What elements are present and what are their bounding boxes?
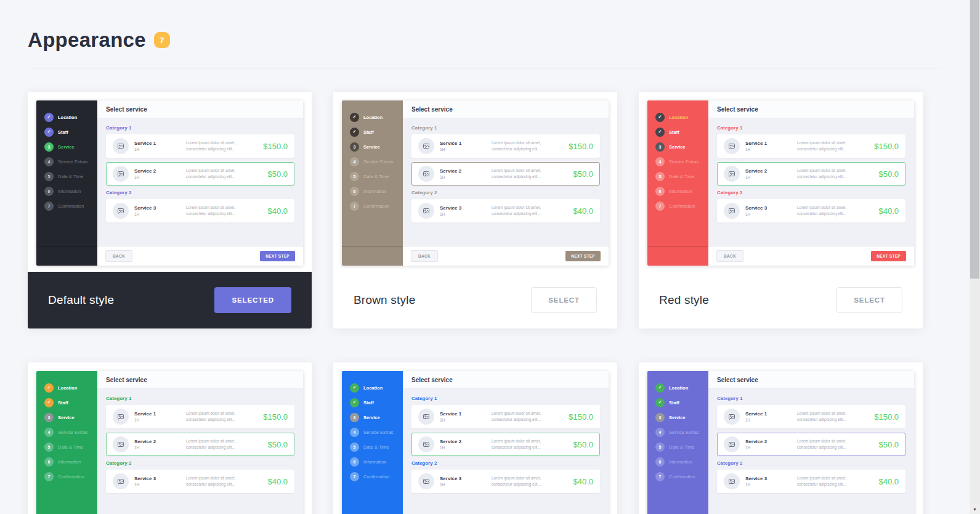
- step-number-badge: 7: [655, 472, 665, 481]
- step-confirmation: 7 Confirmation: [655, 469, 706, 484]
- step-service: 3 Service: [44, 139, 95, 154]
- service-price: $150.0: [263, 412, 288, 422]
- steps-list: ✓ Location ✓ Staff 3 Service 4 Service E…: [342, 371, 403, 514]
- service-duration: 1H: [745, 175, 797, 179]
- step-label: Information: [363, 459, 387, 465]
- step-staff: ✓ Staff: [44, 124, 95, 139]
- style-card-blue: ✓ Location ✓ Staff 3 Service 4 Service E…: [333, 362, 617, 514]
- step-label: Service: [58, 144, 75, 150]
- page-header: Appearance 7: [28, 28, 942, 52]
- category-label: Category 2: [717, 460, 905, 466]
- service-description: Lorem ipsum dolor sit amet,consectetur a…: [492, 475, 568, 487]
- step-number-badge: 6: [350, 457, 359, 467]
- booking-widget-preview: ✓ Location ✓ Staff 3 Service 4 Service E…: [36, 100, 303, 266]
- check-icon: ✓: [655, 398, 665, 407]
- service-duration: 1H: [440, 483, 492, 487]
- service-item-service-3: Service 3 1H Lorem ipsum dolor sit amet,…: [717, 470, 905, 493]
- step-label: Confirmation: [363, 474, 390, 479]
- service-price: $150.0: [263, 142, 288, 151]
- step-service-extras: 4 Service Extras: [44, 425, 95, 439]
- service-item-service-1: Service 1 1H Lorem ipsum dolor sit amet,…: [411, 134, 600, 158]
- next-step-button: NEXT STEP: [871, 251, 906, 261]
- category-label: Category 1: [106, 396, 294, 401]
- step-number-badge: 5: [350, 172, 359, 181]
- style-card-footer: Default style SELECTED: [28, 272, 312, 328]
- check-icon: ✓: [44, 383, 54, 393]
- scrollbar-thumb[interactable]: [970, 0, 979, 279]
- step-information: 6 Information: [655, 184, 706, 198]
- step-location: ✓ Location: [655, 380, 706, 395]
- step-number-badge: 7: [350, 472, 359, 481]
- style-card-footer: Red style SELECT: [639, 272, 923, 328]
- style-preview-blue: ✓ Location ✓ Staff 3 Service 4 Service E…: [333, 362, 617, 514]
- service-item-service-2: Service 2 1H Lorem ipsum dolor sit amet,…: [717, 433, 905, 456]
- step-number-badge: 3: [44, 413, 54, 422]
- page-content: Appearance 7 ✓ Location ✓ Staff 3 Servic…: [0, 0, 970, 514]
- category-label: Category 2: [106, 190, 294, 195]
- style-preview-green: ✓ Location ✓ Staff 3 Service 4 Service E…: [28, 362, 312, 514]
- service-item-service-3: Service 3 1H Lorem ipsum dolor sit amet,…: [411, 470, 600, 493]
- scroll-down-icon[interactable]: ▼: [970, 504, 980, 514]
- step-label: Information: [669, 459, 692, 465]
- service-item-service-1: Service 1 1H Lorem ipsum dolor sit amet,…: [411, 405, 600, 428]
- selected-button[interactable]: SELECTED: [214, 287, 291, 313]
- image-icon: [418, 166, 434, 182]
- check-icon: ✓: [350, 113, 359, 122]
- step-label: Information: [58, 189, 81, 194]
- step-number-badge: 4: [44, 428, 54, 437]
- category-label: Category 2: [106, 460, 294, 466]
- service-item-service-2: Service 2 1H Lorem ipsum dolor sit amet,…: [106, 433, 294, 456]
- category-label: Category 1: [411, 125, 600, 131]
- service-price: $150.0: [874, 412, 899, 422]
- service-description: Lorem ipsum dolor sit amet,consectetur a…: [492, 140, 564, 152]
- style-name: Default style: [48, 293, 114, 307]
- steps-list: ✓ Location ✓ Staff 3 Service 4 Service E…: [647, 371, 708, 514]
- service-price: $50.0: [267, 440, 288, 449]
- booking-widget-preview: ✓ Location ✓ Staff 3 Service 4 Service E…: [647, 100, 914, 266]
- step-label: Date & Time: [363, 444, 389, 450]
- service-item-service-3: Service 3 1H Lorem ipsum dolor sit amet,…: [411, 199, 600, 222]
- style-card-footer: Brown style SELECT: [333, 272, 617, 328]
- category-label: Category 1: [411, 396, 600, 401]
- service-item-service-1: Service 1 1H Lorem ipsum dolor sit amet,…: [717, 405, 905, 428]
- preview-footer: BACK NEXT STEP: [97, 246, 303, 266]
- step-label: Date & Time: [58, 444, 83, 450]
- page-title: Appearance: [28, 28, 146, 52]
- service-price: $40.0: [573, 477, 593, 486]
- step-service-extras: 4 Service Extras: [350, 154, 400, 169]
- booking-widget-preview: ✓ Location ✓ Staff 3 Service 4 Service E…: [342, 100, 609, 266]
- step-label: Service: [363, 415, 380, 420]
- service-price: $150.0: [569, 412, 593, 422]
- service-name: Service 1: [440, 141, 492, 146]
- select-button[interactable]: SELECT: [531, 287, 597, 313]
- style-cards-grid: ✓ Location ✓ Staff 3 Service 4 Service E…: [28, 92, 942, 514]
- step-location: ✓ Location: [350, 380, 400, 395]
- step-date-time: 5 Date & Time: [44, 439, 95, 454]
- service-item-service-3: Service 3 1H Lorem ipsum dolor sit amet,…: [717, 199, 905, 222]
- back-button: BACK: [411, 250, 438, 262]
- sidebar-footer: [647, 246, 708, 266]
- step-label: Service Extras: [669, 430, 699, 435]
- step-label: Information: [363, 189, 387, 194]
- preview-title: Select service: [403, 371, 609, 389]
- step-label: Service Extras: [669, 159, 699, 165]
- category-label: Category 2: [411, 460, 600, 466]
- step-date-time: 5 Date & Time: [44, 169, 95, 184]
- service-name: Service 2: [440, 168, 492, 174]
- service-name: Service 3: [440, 476, 492, 481]
- step-label: Location: [58, 115, 77, 120]
- steps-list: ✓ Location ✓ Staff 3 Service 4 Service E…: [647, 100, 708, 246]
- step-number-badge: 3: [655, 413, 665, 422]
- style-card-brown: ✓ Location ✓ Staff 3 Service 4 Service E…: [333, 92, 617, 328]
- select-button[interactable]: SELECT: [836, 287, 902, 313]
- service-price: $150.0: [569, 142, 593, 151]
- image-icon: [113, 166, 129, 182]
- image-icon: [113, 203, 129, 219]
- preview-title: Select service: [97, 371, 303, 389]
- step-information: 6 Information: [44, 184, 95, 198]
- service-description: Lorem ipsum dolor sit amet,consectetur a…: [186, 410, 258, 423]
- step-number-badge: 7: [350, 202, 359, 211]
- vertical-scrollbar: ▼: [970, 0, 980, 514]
- preview-sidebar: ✓ Location ✓ Staff 3 Service 4 Service E…: [342, 371, 403, 514]
- service-description: Lorem ipsum dolor sit amet,consectetur a…: [186, 205, 262, 217]
